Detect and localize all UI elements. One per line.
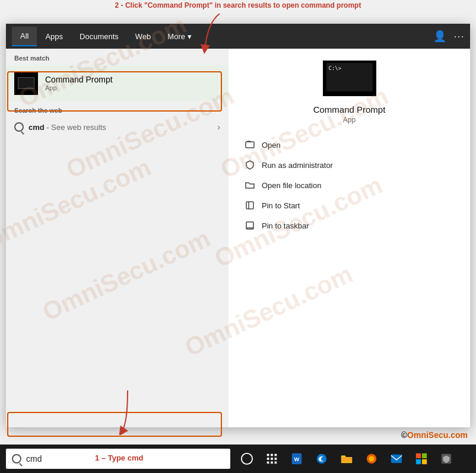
svg-rect-21: [416, 453, 421, 458]
svg-rect-9: [267, 458, 269, 460]
web-search-label: Search the web: [6, 101, 229, 118]
web-sub: - See web results: [45, 123, 106, 132]
web-search-item[interactable]: cmd - See web results ›: [6, 118, 229, 136]
right-app-type: App: [343, 116, 356, 124]
arrow-top: [184, 11, 231, 61]
taskbar-mail-icon[interactable]: [386, 448, 407, 469]
cmd-preview-text: C:\>: [329, 65, 342, 71]
chevron-right-icon: ›: [217, 122, 220, 132]
action-pin-start[interactable]: Pin to Start: [240, 195, 458, 215]
copyright-brand: OmniSecu.com: [407, 430, 468, 440]
annotation-bottom-label: 1 – Type cmd: [95, 453, 143, 462]
svg-rect-24: [422, 459, 427, 464]
tab-apps[interactable]: Apps: [37, 27, 71, 46]
taskbar-word-icon[interactable]: W: [286, 448, 307, 469]
svg-point-5: [242, 453, 252, 464]
folder-icon: [244, 179, 256, 191]
best-match-item[interactable]: Command Prompt App: [6, 65, 229, 101]
svg-rect-23: [416, 459, 421, 464]
left-panel: Best match Command Prompt App Search the…: [6, 49, 229, 427]
action-file-location[interactable]: Open file location: [240, 175, 458, 195]
svg-rect-10: [271, 458, 273, 460]
svg-rect-22: [422, 453, 427, 458]
action-list: Open Run as administrator: [240, 135, 458, 236]
action-run-admin[interactable]: Run as administrator: [240, 155, 458, 175]
svg-rect-11: [275, 458, 277, 460]
svg-rect-7: [271, 454, 273, 456]
tab-all[interactable]: All: [12, 27, 37, 46]
right-panel: C:\> Command Prompt App Open: [229, 49, 470, 427]
svg-text:W: W: [294, 456, 299, 462]
arrow-bottom: [110, 388, 145, 437]
annotation-top-label: 2 - Click "Command Prompt" in search res…: [0, 1, 476, 9]
svg-point-17: [317, 454, 327, 464]
taskbar-taskview-icon[interactable]: [236, 448, 258, 469]
svg-rect-12: [267, 462, 269, 464]
copyright-label: ©OmniSecu.com: [401, 430, 468, 440]
tab-web[interactable]: Web: [127, 27, 160, 46]
taskbar-search-text: cmd: [26, 454, 42, 464]
action-admin-label: Run as administrator: [262, 161, 333, 170]
right-app-name: Command Prompt: [313, 104, 386, 115]
item-subtitle: App: [45, 84, 113, 91]
nav-bar: All Apps Documents Web More ▾ 👤 ⋯: [6, 24, 470, 49]
nav-icon-dots[interactable]: ⋯: [453, 30, 464, 43]
shield-icon: [244, 159, 256, 171]
svg-rect-20: [391, 455, 402, 464]
taskbar: cmd W: [0, 445, 476, 473]
svg-rect-1: [246, 202, 253, 209]
taskbar-search-icon: [12, 454, 21, 464]
svg-rect-0: [246, 142, 254, 148]
pin-start-icon: [244, 199, 256, 211]
open-icon: [244, 139, 256, 151]
nav-icon-user[interactable]: 👤: [433, 30, 446, 43]
action-pin-taskbar[interactable]: Pin to taskbar: [240, 215, 458, 236]
web-query: cmd: [28, 123, 45, 132]
tab-documents[interactable]: Documents: [71, 27, 127, 46]
taskbar-edge-icon[interactable]: [311, 448, 332, 469]
item-title: Command Prompt: [45, 75, 113, 84]
action-fileloc-label: Open file location: [262, 181, 321, 190]
nav-right-icons: 👤 ⋯: [433, 30, 464, 43]
svg-rect-8: [275, 454, 277, 456]
taskbar-firefox-icon[interactable]: [361, 448, 382, 469]
app-icon-inner: [18, 77, 34, 89]
taskbar-store-icon[interactable]: [411, 448, 432, 469]
app-icon-small: [14, 71, 38, 95]
taskbar-security-icon[interactable]: [436, 448, 457, 469]
action-open[interactable]: Open: [240, 135, 458, 155]
search-window: All Apps Documents Web More ▾ 👤 ⋯ Best m…: [6, 24, 470, 427]
action-open-label: Open: [262, 141, 281, 150]
svg-rect-6: [267, 454, 269, 456]
action-pinstart-label: Pin to Start: [262, 201, 300, 210]
svg-point-19: [369, 456, 374, 461]
taskbar-explorer-icon[interactable]: [336, 448, 357, 469]
app-preview-icon: C:\>: [323, 61, 376, 96]
pin-taskbar-icon: [244, 220, 256, 231]
action-pintaskbar-label: Pin to taskbar: [262, 221, 309, 230]
svg-rect-14: [275, 462, 277, 464]
taskbar-widgets-icon[interactable]: [261, 448, 283, 469]
taskbar-icons: W: [236, 448, 457, 469]
svg-rect-13: [271, 462, 273, 464]
item-text: Command Prompt App: [45, 75, 113, 91]
search-icon-circle: [14, 122, 24, 132]
web-search-text: cmd - See web results: [28, 123, 106, 132]
content-area: Best match Command Prompt App Search the…: [6, 49, 470, 427]
